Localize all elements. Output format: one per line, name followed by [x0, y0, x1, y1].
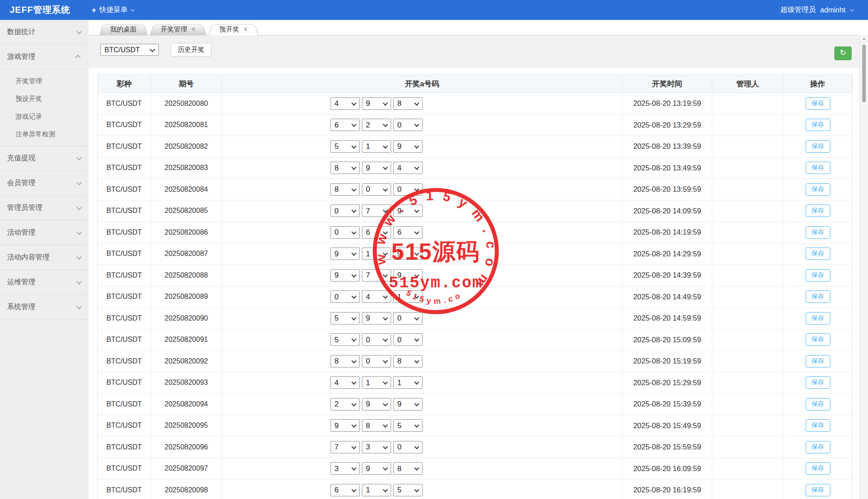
save-button[interactable]: 保存	[806, 355, 830, 367]
scrollbar-thumb[interactable]	[862, 45, 866, 102]
sidebar-subitem-draw-mgmt[interactable]: 开奖管理	[0, 72, 88, 90]
number-select[interactable]: 8	[393, 462, 422, 475]
save-button[interactable]: 保存	[806, 226, 830, 239]
number-select[interactable]: 9	[362, 162, 391, 174]
number-select[interactable]: 8	[330, 183, 360, 196]
number-select[interactable]: 1	[393, 376, 422, 389]
number-select[interactable]: 0	[393, 333, 422, 346]
number-select[interactable]: 9	[393, 248, 422, 260]
tab-my-desktop[interactable]: 我的桌面	[100, 23, 147, 35]
number-select[interactable]: 9	[330, 248, 360, 260]
number-select[interactable]: 3	[330, 462, 360, 475]
save-button[interactable]: 保存	[806, 419, 830, 432]
number-select[interactable]: 9	[393, 140, 422, 153]
number-select[interactable]: 2	[362, 119, 391, 131]
number-select[interactable]: 5	[393, 484, 422, 496]
number-select[interactable]: 7	[330, 441, 360, 453]
save-button[interactable]: 保存	[806, 205, 830, 217]
sidebar-subitem-game-records[interactable]: 游戏记录	[0, 108, 88, 125]
save-button[interactable]: 保存	[806, 484, 830, 496]
save-button[interactable]: 保存	[806, 290, 830, 303]
number-select[interactable]: 1	[362, 248, 391, 260]
scrollbar-up-arrow[interactable]: ▲	[860, 35, 868, 42]
tab-draw-mgmt[interactable]: 开奖管理×	[150, 23, 206, 35]
number-select[interactable]: 1	[362, 140, 391, 153]
save-button[interactable]: 保存	[806, 248, 830, 260]
save-button[interactable]: 保存	[806, 398, 830, 410]
number-select[interactable]: 2	[330, 398, 360, 410]
number-select[interactable]: 9	[330, 269, 360, 282]
sidebar-subitem-order-anomaly-check[interactable]: 注单异常检测	[0, 125, 88, 143]
number-select[interactable]: 9	[362, 97, 391, 110]
history-draw-button[interactable]: 历史开奖	[171, 43, 211, 57]
save-button[interactable]: 保存	[806, 119, 830, 131]
sidebar-subitem-preset-draw[interactable]: 预设开奖	[0, 90, 88, 108]
sidebar-item-member-mgmt[interactable]: 会员管理	[0, 171, 88, 196]
number-select[interactable]: 6	[393, 226, 422, 239]
number-select[interactable]: 0	[362, 183, 391, 196]
number-select[interactable]: 7	[362, 269, 391, 282]
number-select[interactable]: 8	[393, 355, 422, 367]
number-select[interactable]: 0	[393, 119, 422, 131]
number-select[interactable]: 4	[393, 162, 422, 174]
user-menu[interactable]: 超级管理员 adminht	[780, 5, 853, 15]
number-select[interactable]: 8	[330, 355, 360, 367]
number-select[interactable]: 0	[393, 312, 422, 325]
number-select[interactable]: 8	[393, 97, 422, 110]
number-select[interactable]: 6	[330, 119, 360, 131]
number-select[interactable]: 8	[330, 162, 360, 174]
number-select[interactable]: 4	[330, 97, 360, 110]
number-select[interactable]: 5	[330, 312, 360, 325]
number-select[interactable]: 1	[362, 376, 391, 389]
number-select[interactable]: 0	[393, 183, 422, 196]
tab-close-icon[interactable]: ×	[192, 25, 196, 33]
save-button[interactable]: 保存	[806, 376, 830, 389]
sidebar-item-game-mgmt[interactable]: 游戏管理	[0, 45, 88, 70]
number-select[interactable]: 4	[330, 376, 360, 389]
number-select[interactable]: 9	[362, 398, 391, 410]
number-select[interactable]: 0	[362, 355, 391, 367]
save-button[interactable]: 保存	[806, 312, 830, 325]
number-select[interactable]: 1	[362, 484, 391, 496]
save-button[interactable]: 保存	[806, 183, 830, 196]
quick-menu-button[interactable]: + 快捷菜单	[92, 5, 134, 15]
number-select[interactable]: 0	[330, 226, 360, 239]
number-select[interactable]: 1	[393, 290, 422, 303]
save-button[interactable]: 保存	[806, 462, 830, 475]
save-button[interactable]: 保存	[806, 97, 830, 110]
number-select[interactable]: 9	[393, 269, 422, 282]
number-select[interactable]: 5	[393, 419, 422, 432]
number-select[interactable]: 9	[362, 462, 391, 475]
number-select[interactable]: 0	[330, 205, 360, 217]
save-button[interactable]: 保存	[806, 162, 830, 174]
number-select[interactable]: 9	[362, 312, 391, 325]
number-select[interactable]: 5	[330, 140, 360, 153]
number-select[interactable]: 5	[330, 333, 360, 346]
number-select[interactable]: 6	[330, 484, 360, 496]
sidebar-item-activity-mgmt[interactable]: 活动管理	[0, 220, 88, 245]
number-select[interactable]: 7	[362, 205, 391, 217]
sidebar-item-admin-mgmt[interactable]: 管理员管理	[0, 196, 88, 220]
save-button[interactable]: 保存	[806, 140, 830, 153]
sidebar-item-data-stats[interactable]: 数据统计	[0, 20, 88, 45]
sidebar-item-recharge-withdraw[interactable]: 充值提现	[0, 146, 88, 171]
number-select[interactable]: 0	[362, 333, 391, 346]
number-select[interactable]: 3	[362, 441, 391, 453]
lottery-select[interactable]: BTC/USDT	[100, 44, 159, 56]
tab-close-icon[interactable]: ×	[244, 25, 248, 33]
number-select[interactable]: 9	[330, 419, 360, 432]
number-select[interactable]: 0	[330, 290, 360, 303]
sidebar-item-system-mgmt[interactable]: 系统管理	[0, 295, 88, 320]
save-button[interactable]: 保存	[806, 333, 830, 346]
number-select[interactable]: 8	[362, 419, 391, 432]
number-select[interactable]: 6	[362, 226, 391, 239]
number-select[interactable]: 0	[393, 441, 422, 453]
tab-pre-draw[interactable]: 预开奖×	[209, 23, 258, 35]
save-button[interactable]: 保存	[806, 269, 830, 282]
save-button[interactable]: 保存	[806, 441, 830, 453]
number-select[interactable]: 9	[393, 398, 422, 410]
number-select[interactable]: 4	[362, 290, 391, 303]
number-select[interactable]: 9	[393, 205, 422, 217]
sidebar-item-activity-content-mgmt[interactable]: 活动内容管理	[0, 245, 88, 270]
sidebar-item-ops-mgmt[interactable]: 运维管理	[0, 270, 88, 295]
